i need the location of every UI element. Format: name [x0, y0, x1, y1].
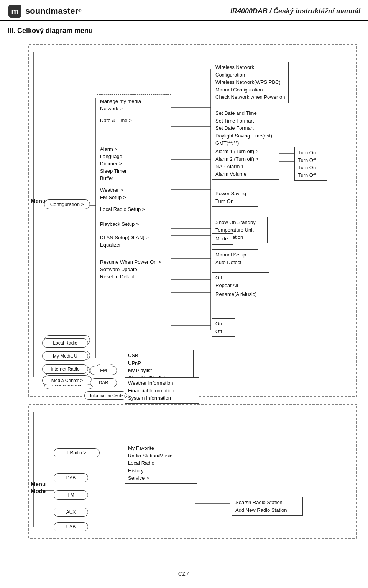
fm-setup-item: FM Setup >	[100, 194, 168, 200]
fm-mode-box: Mode	[212, 233, 233, 245]
playback-opt1: Off	[215, 274, 266, 282]
dt-opt2: Set Time Formart	[215, 117, 279, 125]
info-center-item-rounded: Information Center >	[84, 391, 127, 400]
alarm-off2: Turn Off	[298, 172, 324, 179]
my-media-rounded: My Media U	[42, 351, 88, 361]
network-item: Network >	[100, 106, 168, 111]
fav-line1: My Favorite	[128, 444, 194, 452]
alarm-off1: Turn Off	[298, 157, 324, 164]
equalizer-item: Equalizer	[100, 242, 168, 248]
service-line2: Add New Radio Station	[235, 506, 299, 514]
resume-off: Off	[215, 328, 232, 335]
fav-line5: Service >	[128, 474, 194, 482]
menu-label: Menu	[31, 198, 46, 204]
diagram: Menu Menu Mode Configuration > Local Rad…	[8, 41, 360, 557]
header-title: IR4000DAB / Český instruktážní manuál	[230, 7, 360, 15]
buffer-item: Buffer	[100, 175, 168, 181]
soundmaster-logo-icon: m	[8, 4, 22, 18]
info-line3: System Information	[128, 394, 196, 402]
i-radio-rounded: I Radio >	[54, 448, 100, 457]
fav-line2: Radio Station/Music	[128, 452, 194, 460]
alarm-item: Alarm >	[100, 146, 168, 152]
logo-text: soundmaster®	[25, 6, 81, 16]
power-saving-line1: Power Saving	[215, 190, 255, 198]
internet-radio-rounded: Internet Radio	[42, 364, 88, 374]
service-options-box: Searsh Radio Station Add New Radio Stati…	[232, 497, 303, 516]
network-opt4: Check Network when Power on	[215, 93, 285, 101]
dlan-opt1: Rename(AirMusic)	[215, 291, 266, 298]
language-item: Language	[100, 154, 168, 159]
dt-opt1: Set Date and Time	[215, 109, 279, 117]
alarm-opt1: Alarm 1 (Turn off) >	[215, 148, 276, 155]
network-options-box: Wireless Network Configuration Wireless …	[212, 62, 289, 103]
network-opt2: Wireless Network(WPS PBC)	[215, 78, 285, 86]
aux-rounded: AUX	[54, 508, 88, 517]
sleep-timer-item: Sleep Timer	[100, 168, 168, 174]
section-title: III. Celkový diagram menu	[8, 27, 360, 35]
alarm-options-box: Alarm 1 (Turn off) > Alarm 2 (Turn off) …	[212, 146, 279, 180]
dt-opt3: Set Date Formart	[215, 124, 279, 132]
media-line1: USB	[128, 352, 190, 359]
power-saving-line2: Turn On	[215, 198, 255, 205]
power-saving-box: Power Saving Turn On	[212, 188, 258, 207]
logo-area: m soundmaster®	[8, 4, 81, 18]
alarm-opt3: NAP Alarm 1	[215, 163, 276, 170]
page-header: m soundmaster® IR4000DAB / Český instruk…	[0, 0, 368, 21]
manage-media: Manage my media	[100, 98, 168, 104]
configuration-box: Configuration >	[44, 199, 90, 209]
local-radio-opt1: Manual Setup	[215, 251, 255, 259]
fm2-rounded: FM	[54, 490, 88, 500]
dab2-rounded: DAB	[54, 473, 88, 482]
network-opt1: Wireless Network Configuration	[215, 64, 285, 78]
usb2-rounded: USB	[54, 522, 88, 531]
alarm-opt2: Alarm 2 (Turn off) >	[215, 155, 276, 163]
media-line3: My Playlist	[128, 367, 190, 374]
media-line2: UPnP	[128, 359, 190, 367]
local-radio-rounded: Local Radio	[42, 338, 88, 348]
weather-opt2: Temperature Unit	[215, 226, 264, 234]
alarm-on2: Turn On	[298, 164, 324, 172]
alarm-on1: Turn On	[298, 149, 324, 157]
resume-on: On	[215, 320, 232, 328]
playback-opt2: Repeat All	[215, 282, 266, 289]
local-radio-opt2: Auto Detect	[215, 259, 255, 266]
dt-opt4: Daylight Saving Time(dst)	[215, 132, 279, 140]
info-line2: Financial Information	[128, 387, 196, 395]
playback-setup-item: Playback Setup >	[100, 221, 168, 227]
fav-line3: Local Radio	[128, 459, 194, 467]
svg-text:m: m	[11, 7, 19, 16]
fm-item-rounded: FM	[90, 366, 117, 375]
reset-item: Reset to Default	[100, 274, 168, 279]
date-time-item: Date & Time >	[100, 118, 168, 123]
main-menu-box: Manage my media Network > Date & Time > …	[97, 94, 171, 354]
info-line1: Weather Information	[128, 379, 196, 387]
weather-opt1: Show On Standby	[215, 219, 264, 226]
datetime-options-box: Set Date and Time Set Time Formart Set D…	[212, 108, 283, 149]
dlan-options-box: Rename(AirMusic)	[212, 289, 269, 300]
page-footer: CZ 4	[0, 567, 368, 581]
fav-line4: History	[128, 467, 194, 475]
local-radio-setup-item: Local Radio Setup >	[100, 206, 168, 212]
service-line1: Searsh Radio Station	[235, 499, 299, 506]
software-update-item: Software Update	[100, 266, 168, 272]
resume-options-box: On Off	[212, 318, 235, 337]
network-opt3: Manual Configuration	[215, 86, 285, 94]
menu2-label: Menu	[31, 481, 46, 487]
fm-mode-text: Mode	[215, 235, 230, 243]
resume-item: Resume When Power On >	[100, 259, 168, 265]
local-radio-options-box: Manual Setup Auto Detect	[212, 249, 258, 268]
favorite-box: My Favorite Radio Station/Music Local Ra…	[125, 443, 197, 484]
weather-item: Weather >	[100, 187, 168, 193]
main-content: III. Celkový diagram menu	[0, 21, 368, 563]
dimmer-item: Dimmer >	[100, 161, 168, 167]
dab-item-rounded: DAB	[90, 378, 117, 387]
info-content-box: Weather Information Financial Informatio…	[125, 377, 199, 404]
media-center-rounded: Media Center >	[42, 376, 92, 385]
alarm-opt4: Alarm Volume	[215, 170, 276, 178]
dlan-setup-item: DLAN Setup(DLAN) >	[100, 235, 168, 240]
alarm-turn-box: Turn On Turn Off Turn On Turn Off	[294, 147, 327, 181]
mode-label: Mode	[31, 488, 46, 494]
